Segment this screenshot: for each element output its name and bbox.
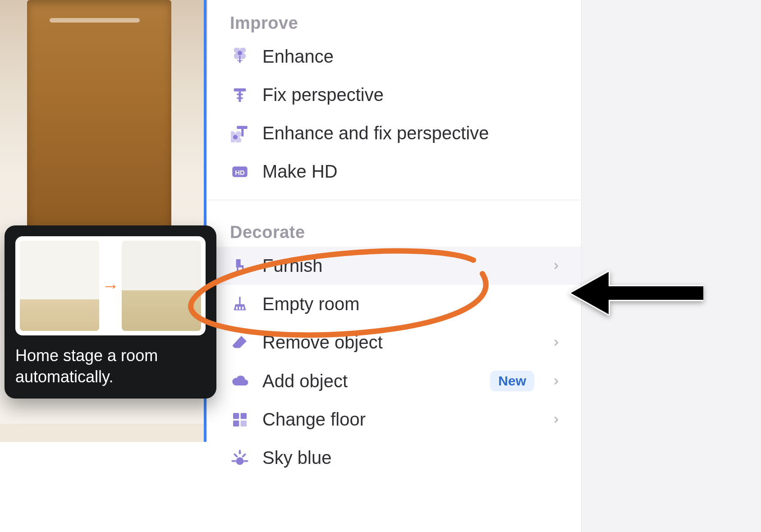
menu-item-make-hd[interactable]: HD Make HD	[207, 152, 581, 191]
svg-text:HD: HD	[235, 168, 245, 176]
menu-item-remove-object[interactable]: Remove object	[207, 323, 581, 362]
svg-rect-1	[239, 56, 240, 63]
menu-item-label: Add object	[262, 371, 477, 391]
new-badge: New	[490, 371, 534, 391]
svg-rect-5	[237, 97, 243, 99]
tooltip-thumb-before	[20, 241, 99, 331]
chevron-right-icon	[551, 257, 563, 275]
cloud-icon	[230, 371, 250, 391]
annotation-arrow	[568, 268, 703, 318]
svg-rect-13	[239, 307, 240, 310]
photo-door	[27, 0, 171, 234]
menu-item-label: Enhance	[262, 46, 563, 67]
section-label-improve: Improve	[207, 0, 581, 37]
svg-rect-17	[233, 420, 239, 426]
svg-rect-4	[237, 93, 243, 95]
menu-divider	[207, 200, 581, 200]
svg-rect-2	[234, 88, 246, 92]
chevron-right-icon	[551, 411, 563, 428]
sun-icon	[230, 448, 250, 468]
menu-item-empty-room[interactable]: Empty room	[207, 285, 581, 323]
svg-rect-12	[236, 307, 238, 310]
svg-rect-16	[241, 413, 247, 419]
section-label-decorate: Decorate	[207, 209, 581, 247]
svg-rect-3	[239, 91, 241, 101]
menu-item-label: Remove object	[262, 332, 539, 353]
tiles-icon	[230, 410, 250, 430]
svg-point-19	[237, 458, 243, 464]
right-empty-panel	[582, 0, 761, 532]
enhance-fix-icon	[230, 124, 250, 143]
menu-item-label: Make HD	[262, 161, 563, 182]
menu-item-label: Enhance and fix perspective	[262, 123, 563, 143]
chevron-right-icon	[551, 334, 563, 351]
menu-item-enhance[interactable]: Enhance	[207, 37, 581, 76]
chevron-right-icon	[551, 372, 563, 390]
app-stage: Improve Enhance Fix perspective Enhance …	[0, 0, 761, 532]
actions-menu: Improve Enhance Fix perspective Enhance …	[207, 0, 582, 532]
tooltip-thumb-after	[122, 241, 201, 331]
perspective-icon	[230, 85, 250, 105]
tooltip-card: → Home stage a room automatically.	[5, 225, 216, 399]
menu-item-label: Fix perspective	[262, 85, 563, 105]
menu-item-label: Furnish	[262, 256, 539, 276]
svg-rect-7	[241, 129, 243, 137]
menu-item-change-floor[interactable]: Change floor	[207, 400, 581, 439]
photo-baseboard	[0, 424, 207, 442]
menu-item-label: Change floor	[262, 409, 539, 430]
menu-item-sky-blue[interactable]: Sky blue	[207, 439, 581, 477]
chair-icon	[230, 256, 250, 276]
arrow-right-icon: →	[99, 276, 122, 296]
eraser-icon	[230, 333, 250, 353]
svg-rect-15	[233, 413, 239, 419]
menu-item-add-object[interactable]: Add object New	[207, 362, 581, 400]
flower-icon	[230, 47, 250, 67]
tooltip-text: Home stage a room automatically.	[15, 345, 206, 388]
broom-icon	[230, 294, 250, 314]
menu-item-label: Empty room	[262, 294, 563, 314]
svg-rect-18	[241, 420, 247, 426]
menu-item-fix-perspective[interactable]: Fix perspective	[207, 76, 581, 114]
svg-rect-6	[237, 126, 247, 129]
hd-icon: HD	[230, 162, 250, 182]
tooltip-before-after: →	[15, 236, 206, 335]
menu-item-label: Sky blue	[262, 448, 563, 468]
svg-rect-11	[239, 297, 240, 304]
menu-item-enhance-fix[interactable]: Enhance and fix perspective	[207, 114, 581, 152]
menu-item-furnish[interactable]: Furnish	[207, 247, 581, 285]
svg-rect-14	[242, 307, 243, 310]
